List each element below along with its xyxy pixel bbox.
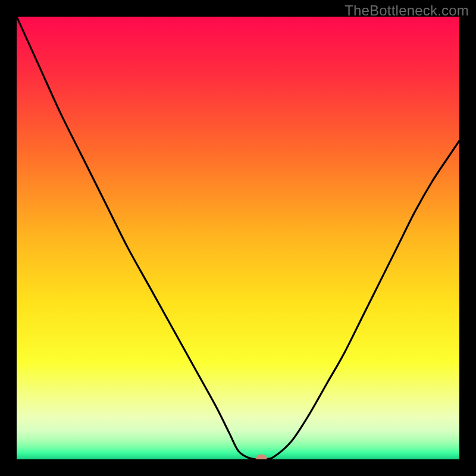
chart-frame: TheBottleneck.com [0, 0, 476, 476]
bottleneck-curve [17, 17, 459, 459]
watermark-label: TheBottleneck.com [345, 2, 469, 19]
optimal-point-marker [256, 455, 267, 459]
plot-area [17, 17, 459, 459]
